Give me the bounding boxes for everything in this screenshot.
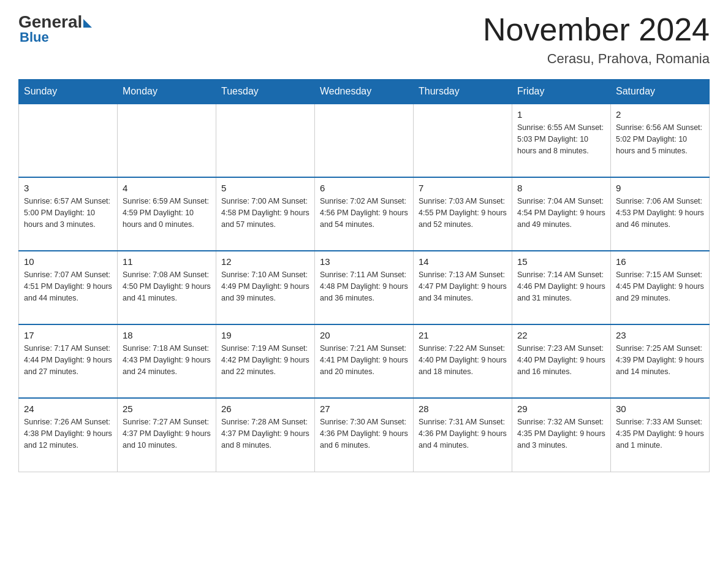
day-number: 10 <box>24 256 112 267</box>
day-info: Sunrise: 6:56 AM Sunset: 5:02 PM Dayligh… <box>616 122 704 156</box>
day-number: 14 <box>419 256 507 267</box>
calendar-cell: 29Sunrise: 7:32 AM Sunset: 4:35 PM Dayli… <box>512 398 611 472</box>
day-number: 16 <box>616 256 704 267</box>
day-info: Sunrise: 7:13 AM Sunset: 4:47 PM Dayligh… <box>419 269 507 304</box>
day-info: Sunrise: 7:11 AM Sunset: 4:48 PM Dayligh… <box>320 269 408 304</box>
day-info: Sunrise: 7:17 AM Sunset: 4:44 PM Dayligh… <box>24 343 112 377</box>
day-number: 22 <box>517 330 605 340</box>
day-number: 17 <box>24 330 112 340</box>
calendar-title: November 2024 <box>483 12 710 47</box>
calendar-cell <box>19 104 118 177</box>
weekday-header-monday: Monday <box>118 80 216 104</box>
calendar-week-5: 24Sunrise: 7:26 AM Sunset: 4:38 PM Dayli… <box>19 398 710 472</box>
day-info: Sunrise: 7:33 AM Sunset: 4:35 PM Dayligh… <box>616 416 704 451</box>
day-number: 2 <box>616 109 704 120</box>
calendar-cell: 18Sunrise: 7:18 AM Sunset: 4:43 PM Dayli… <box>118 324 216 398</box>
day-info: Sunrise: 7:15 AM Sunset: 4:45 PM Dayligh… <box>616 269 704 304</box>
calendar-cell: 13Sunrise: 7:11 AM Sunset: 4:48 PM Dayli… <box>315 251 414 324</box>
calendar-cell: 27Sunrise: 7:30 AM Sunset: 4:36 PM Dayli… <box>315 398 414 472</box>
day-number: 12 <box>221 256 309 267</box>
day-number: 4 <box>123 183 211 193</box>
calendar-cell: 9Sunrise: 7:06 AM Sunset: 4:53 PM Daylig… <box>611 177 710 251</box>
day-number: 28 <box>419 404 507 414</box>
day-number: 27 <box>320 404 408 414</box>
day-number: 7 <box>419 183 507 193</box>
calendar-week-3: 10Sunrise: 7:07 AM Sunset: 4:51 PM Dayli… <box>19 251 710 324</box>
day-number: 23 <box>616 330 704 340</box>
day-info: Sunrise: 7:07 AM Sunset: 4:51 PM Dayligh… <box>24 269 112 304</box>
calendar-cell: 3Sunrise: 6:57 AM Sunset: 5:00 PM Daylig… <box>19 177 118 251</box>
day-number: 8 <box>517 183 605 193</box>
day-info: Sunrise: 7:00 AM Sunset: 4:58 PM Dayligh… <box>221 196 309 230</box>
calendar-cell: 28Sunrise: 7:31 AM Sunset: 4:36 PM Dayli… <box>414 398 512 472</box>
day-number: 15 <box>517 256 605 267</box>
calendar-cell: 23Sunrise: 7:25 AM Sunset: 4:39 PM Dayli… <box>611 324 710 398</box>
day-info: Sunrise: 7:25 AM Sunset: 4:39 PM Dayligh… <box>616 343 704 377</box>
calendar-subtitle: Cerasu, Prahova, Romania <box>483 51 710 67</box>
calendar-cell: 4Sunrise: 6:59 AM Sunset: 4:59 PM Daylig… <box>118 177 216 251</box>
day-info: Sunrise: 7:08 AM Sunset: 4:50 PM Dayligh… <box>123 269 211 304</box>
calendar-cell: 15Sunrise: 7:14 AM Sunset: 4:46 PM Dayli… <box>512 251 611 324</box>
calendar-cell: 22Sunrise: 7:23 AM Sunset: 4:40 PM Dayli… <box>512 324 611 398</box>
day-info: Sunrise: 7:22 AM Sunset: 4:40 PM Dayligh… <box>419 343 507 377</box>
day-info: Sunrise: 7:21 AM Sunset: 4:41 PM Dayligh… <box>320 343 408 377</box>
calendar-cell: 10Sunrise: 7:07 AM Sunset: 4:51 PM Dayli… <box>19 251 118 324</box>
day-info: Sunrise: 7:10 AM Sunset: 4:49 PM Dayligh… <box>221 269 309 304</box>
calendar-cell: 19Sunrise: 7:19 AM Sunset: 4:42 PM Dayli… <box>216 324 315 398</box>
day-info: Sunrise: 7:02 AM Sunset: 4:56 PM Dayligh… <box>320 196 408 230</box>
calendar-cell: 16Sunrise: 7:15 AM Sunset: 4:45 PM Dayli… <box>611 251 710 324</box>
day-info: Sunrise: 7:04 AM Sunset: 4:54 PM Dayligh… <box>517 196 605 230</box>
calendar-cell <box>216 104 315 177</box>
day-number: 20 <box>320 330 408 340</box>
logo: General Blue <box>18 12 92 45</box>
day-number: 19 <box>221 330 309 340</box>
weekday-header-row: SundayMondayTuesdayWednesdayThursdayFrid… <box>19 80 710 104</box>
day-number: 25 <box>123 404 211 414</box>
logo-blue-text: Blue <box>20 29 49 45</box>
title-section: November 2024 Cerasu, Prahova, Romania <box>483 12 710 67</box>
day-info: Sunrise: 7:26 AM Sunset: 4:38 PM Dayligh… <box>24 416 112 451</box>
day-info: Sunrise: 7:31 AM Sunset: 4:36 PM Dayligh… <box>419 416 507 451</box>
day-info: Sunrise: 6:59 AM Sunset: 4:59 PM Dayligh… <box>123 196 211 230</box>
calendar-cell <box>315 104 414 177</box>
day-info: Sunrise: 7:03 AM Sunset: 4:55 PM Dayligh… <box>419 196 507 230</box>
logo-arrow-icon <box>83 19 92 28</box>
day-info: Sunrise: 7:14 AM Sunset: 4:46 PM Dayligh… <box>517 269 605 304</box>
calendar-body: 1Sunrise: 6:55 AM Sunset: 5:03 PM Daylig… <box>19 104 710 472</box>
calendar-cell: 2Sunrise: 6:56 AM Sunset: 5:02 PM Daylig… <box>611 104 710 177</box>
calendar-week-1: 1Sunrise: 6:55 AM Sunset: 5:03 PM Daylig… <box>19 104 710 177</box>
calendar-cell: 26Sunrise: 7:28 AM Sunset: 4:37 PM Dayli… <box>216 398 315 472</box>
calendar-cell: 14Sunrise: 7:13 AM Sunset: 4:47 PM Dayli… <box>414 251 512 324</box>
calendar-cell: 30Sunrise: 7:33 AM Sunset: 4:35 PM Dayli… <box>611 398 710 472</box>
day-info: Sunrise: 7:30 AM Sunset: 4:36 PM Dayligh… <box>320 416 408 451</box>
day-number: 24 <box>24 404 112 414</box>
day-number: 3 <box>24 183 112 193</box>
calendar-cell: 6Sunrise: 7:02 AM Sunset: 4:56 PM Daylig… <box>315 177 414 251</box>
weekday-header-saturday: Saturday <box>611 80 710 104</box>
day-number: 21 <box>419 330 507 340</box>
weekday-header-friday: Friday <box>512 80 611 104</box>
day-number: 1 <box>517 109 605 120</box>
day-info: Sunrise: 7:32 AM Sunset: 4:35 PM Dayligh… <box>517 416 605 451</box>
calendar-cell <box>118 104 216 177</box>
day-number: 13 <box>320 256 408 267</box>
day-number: 11 <box>123 256 211 267</box>
calendar-cell: 25Sunrise: 7:27 AM Sunset: 4:37 PM Dayli… <box>118 398 216 472</box>
calendar-header: SundayMondayTuesdayWednesdayThursdayFrid… <box>19 80 710 104</box>
day-info: Sunrise: 7:19 AM Sunset: 4:42 PM Dayligh… <box>221 343 309 377</box>
calendar-cell: 20Sunrise: 7:21 AM Sunset: 4:41 PM Dayli… <box>315 324 414 398</box>
day-info: Sunrise: 7:27 AM Sunset: 4:37 PM Dayligh… <box>123 416 211 451</box>
day-info: Sunrise: 7:28 AM Sunset: 4:37 PM Dayligh… <box>221 416 309 451</box>
calendar-cell: 1Sunrise: 6:55 AM Sunset: 5:03 PM Daylig… <box>512 104 611 177</box>
calendar-cell: 8Sunrise: 7:04 AM Sunset: 4:54 PM Daylig… <box>512 177 611 251</box>
day-number: 18 <box>123 330 211 340</box>
calendar-table: SundayMondayTuesdayWednesdayThursdayFrid… <box>18 79 710 472</box>
day-info: Sunrise: 6:57 AM Sunset: 5:00 PM Dayligh… <box>24 196 112 230</box>
calendar-cell: 11Sunrise: 7:08 AM Sunset: 4:50 PM Dayli… <box>118 251 216 324</box>
day-number: 6 <box>320 183 408 193</box>
page-header: General Blue November 2024 Cerasu, Praho… <box>18 12 710 67</box>
day-info: Sunrise: 7:06 AM Sunset: 4:53 PM Dayligh… <box>616 196 704 230</box>
day-info: Sunrise: 7:18 AM Sunset: 4:43 PM Dayligh… <box>123 343 211 377</box>
weekday-header-tuesday: Tuesday <box>216 80 315 104</box>
calendar-cell: 12Sunrise: 7:10 AM Sunset: 4:49 PM Dayli… <box>216 251 315 324</box>
